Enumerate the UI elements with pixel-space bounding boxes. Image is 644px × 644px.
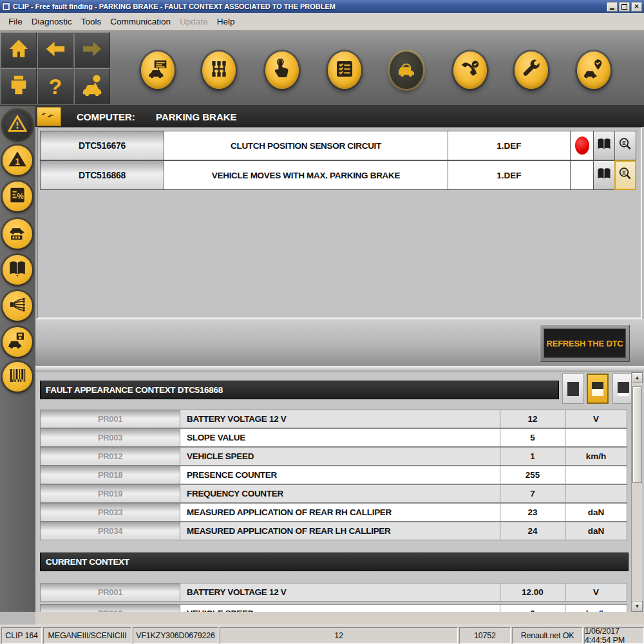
car-save-icon (8, 331, 27, 353)
dtc-doc-button[interactable] (593, 160, 615, 190)
sidebar-parameters-button[interactable]: % (3, 182, 32, 211)
parameter-value: 12 (500, 410, 565, 428)
parameter-id: PR019 (40, 484, 180, 503)
repair-button[interactable] (515, 52, 548, 89)
parameter-unit: daN (565, 522, 627, 540)
parameter-unit: km/h (565, 604, 627, 612)
window-title: CLIP - Free fault finding - PARKING BRAK… (13, 3, 336, 10)
sidebar-save-vehicle-button[interactable] (3, 327, 32, 357)
print-button[interactable] (1, 68, 37, 104)
parameter-id: PR034 (40, 522, 180, 540)
parameter-label: MEASURED APPLICATION OF REAR LH CALLIPER (180, 522, 500, 540)
dtc-detail-button[interactable] (614, 131, 636, 160)
parameter-id: PR003 (40, 428, 180, 447)
sidebar-documentation-button[interactable] (3, 255, 32, 285)
menu-communication[interactable]: Communication (106, 15, 175, 28)
parameter-value: 24 (500, 522, 565, 540)
wiring-harness-icon (8, 295, 27, 317)
parameter-value: 1 (500, 447, 565, 466)
status-bar: CLIP 164 MEGANEIII/SCENICIII VF1KZY306D0… (0, 625, 644, 644)
fault-context-title: FAULT APPEARANCE CONTEXT DTC516868 (40, 381, 559, 399)
parameter-label: BATTERY VOLTAGE 12 V (180, 410, 500, 428)
content-area: COMPUTER: PARKING BRAKE DTC516676 CLUTCH… (35, 106, 644, 625)
sidebar-barcode-button[interactable] (3, 362, 32, 392)
parameter-value: 7 (500, 484, 565, 503)
checklist-icon (334, 59, 355, 82)
scroll-up-button[interactable]: ▲ (632, 372, 643, 383)
vehicle-search-button[interactable] (390, 52, 423, 89)
checklist-button[interactable] (328, 52, 361, 89)
vehicle-message-button[interactable] (141, 52, 175, 89)
title-bar: CLIP - Free fault finding - PARKING BRAK… (0, 0, 644, 13)
parameter-label: BATTERY VOLTAGE 12 V (180, 583, 500, 601)
horizontal-splitter[interactable] (35, 366, 644, 372)
birds-icon (40, 110, 58, 123)
menu-tools[interactable]: Tools (77, 15, 106, 28)
sidebar-wiring-button[interactable] (3, 291, 32, 321)
refresh-dtc-button[interactable]: REFRESH THE DTC (544, 328, 626, 358)
scroll-down-button[interactable]: ▼ (632, 601, 643, 612)
dtc-detail-button-selected[interactable] (614, 160, 636, 190)
computer-header: COMPUTER: PARKING BRAKE (35, 106, 644, 127)
back-button[interactable] (37, 32, 73, 68)
view-toggle-split[interactable] (587, 374, 609, 404)
open-book-icon (596, 137, 612, 155)
alert-dot-icon (575, 137, 589, 155)
touch-select-icon (272, 59, 292, 82)
view-toggle-top[interactable] (562, 374, 584, 404)
open-book-icon (596, 166, 612, 184)
status-network: Renault.net OK (512, 627, 583, 644)
sidebar-vehicle-systems-button[interactable] (3, 219, 32, 249)
magnifier-icon (618, 137, 633, 155)
forward-button (74, 32, 110, 68)
workspace: 1 % (0, 106, 644, 625)
status-voltage: 12 (220, 627, 458, 644)
parameter-row: PR001 BATTERY VOLTAGE 12 V 12.00 V (40, 583, 629, 601)
computer-label: COMPUTER: (77, 111, 135, 122)
parameter-value: 5 (500, 428, 565, 447)
dtc-row: DTC516676 CLUTCH POSITION SENSOR CIRCUIT… (40, 131, 641, 160)
vehicle-info-icon (81, 74, 103, 99)
birds-button[interactable] (37, 107, 61, 126)
refresh-button-frame: REFRESH THE DTC (540, 325, 630, 362)
parameter-unit: km/h (565, 447, 627, 466)
parameter-id: PR018 (40, 466, 180, 484)
car-battery-icon (8, 223, 27, 245)
sidebar-fault-context-button[interactable]: 1 (3, 146, 32, 175)
home-button[interactable] (1, 32, 37, 68)
dtc-code: DTC516676 (40, 131, 164, 160)
parameter-row: PR034 MEASURED APPLICATION OF REAR LH CA… (40, 522, 629, 540)
computer-value: PARKING BRAKE (156, 111, 237, 122)
warning-outline-icon (8, 114, 27, 136)
menu-help[interactable]: Help (213, 15, 240, 28)
gearbox-button[interactable] (202, 52, 236, 89)
touch-select-button[interactable] (265, 52, 299, 89)
help-button[interactable]: ? (37, 68, 73, 104)
parameter-unit (565, 484, 627, 503)
barcode-icon (8, 366, 27, 388)
parameter-unit: V (565, 410, 627, 428)
status-vehicle-model: MEGANEIII/SCENICIII (43, 627, 131, 644)
scrollbar-thumb[interactable] (632, 386, 642, 483)
phone-support-button[interactable] (453, 52, 487, 89)
menu-file[interactable]: File (4, 15, 27, 28)
parameter-row: PR012 VEHICLE SPEED 1 km/h (40, 447, 629, 466)
restore-button[interactable] (619, 2, 630, 12)
vertical-scrollbar[interactable]: ▲ ▼ (631, 372, 642, 612)
menu-diagnostic[interactable]: Diagnostic (27, 15, 77, 28)
status-datetime: 1/06/2017 4:44:54 PM (584, 627, 644, 644)
context-panel: FAULT APPEARANCE CONTEXT DTC516868 PR001… (35, 372, 644, 612)
dtc-doc-button[interactable] (593, 131, 615, 160)
parameter-row: PR001 BATTERY VOLTAGE 12 V 12 V (40, 410, 629, 428)
sidebar-faults-button[interactable] (3, 110, 32, 140)
close-button[interactable] (631, 2, 642, 12)
parameter-value: 255 (500, 466, 565, 484)
svg-text:1: 1 (15, 157, 20, 167)
open-book-icon (8, 259, 27, 281)
bottom-gap (35, 612, 644, 625)
home-icon (8, 38, 30, 62)
minimize-button[interactable] (607, 2, 618, 12)
vehicle-info-button[interactable] (74, 68, 110, 104)
dtc-row: DTC516868 VEHICLE MOVES WITH MAX. PARKIN… (40, 160, 641, 190)
vehicle-check-button[interactable] (577, 52, 611, 89)
